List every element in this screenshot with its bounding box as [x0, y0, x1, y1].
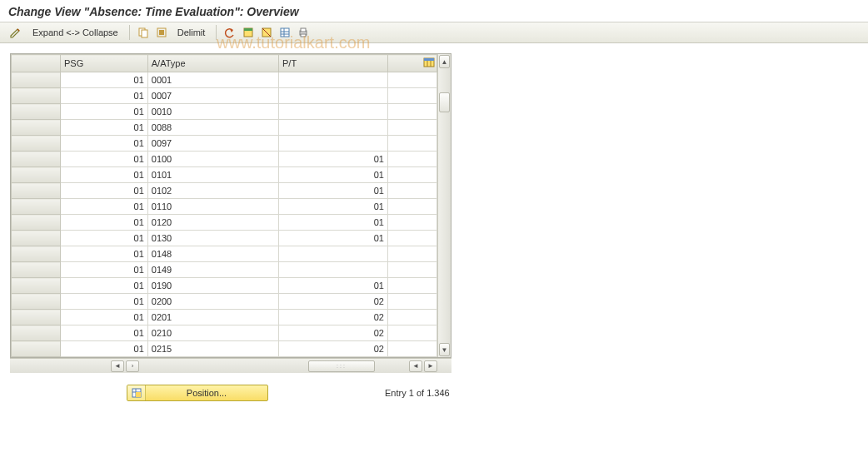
cell-atype[interactable]: 0102 — [147, 183, 278, 199]
cell-psg[interactable]: 01 — [60, 88, 147, 104]
column-header-atype[interactable]: A/AType — [147, 55, 278, 72]
undo-icon[interactable] — [222, 24, 238, 41]
cell-psg[interactable]: 01 — [60, 278, 147, 294]
cell-atype[interactable]: 0200 — [147, 294, 278, 310]
cell-psg[interactable]: 01 — [60, 310, 147, 325]
hscroll-first-button[interactable]: ◄ — [111, 360, 124, 372]
cell-psg[interactable]: 01 — [60, 325, 147, 341]
table-row[interactable]: 01020102 — [12, 310, 437, 325]
table-row[interactable]: 01020002 — [12, 294, 437, 310]
row-selector[interactable] — [12, 183, 61, 199]
horizontal-scrollbar[interactable]: ◄ › ::: ◄ ► — [10, 358, 451, 373]
cell-pt[interactable]: 02 — [278, 341, 387, 357]
cell-psg[interactable]: 01 — [60, 262, 147, 278]
cell-pt[interactable] — [278, 246, 387, 262]
cell-pt[interactable]: 01 — [278, 278, 387, 294]
row-selector[interactable] — [12, 199, 61, 215]
hscroll-track[interactable]: ::: — [140, 360, 408, 372]
row-selector[interactable] — [12, 262, 61, 278]
table-row[interactable]: 010001 — [12, 72, 437, 88]
cell-psg[interactable]: 01 — [60, 167, 147, 183]
cell-atype[interactable]: 0010 — [147, 104, 278, 120]
configure-columns-icon[interactable] — [423, 57, 435, 68]
cell-atype[interactable]: 0210 — [147, 325, 278, 341]
select-all-icon[interactable] — [153, 24, 170, 41]
hscroll-last-button[interactable]: ► — [424, 360, 437, 372]
cell-psg[interactable]: 01 — [60, 136, 147, 152]
table-row[interactable]: 010007 — [12, 88, 437, 104]
cell-atype[interactable]: 0130 — [147, 231, 278, 246]
cell-pt[interactable]: 02 — [278, 294, 387, 310]
row-selector[interactable] — [12, 325, 61, 341]
cell-pt[interactable]: 01 — [278, 199, 387, 215]
cell-atype[interactable]: 0149 — [147, 262, 278, 278]
cell-pt[interactable] — [278, 120, 387, 136]
row-selector[interactable] — [12, 294, 61, 310]
cell-psg[interactable]: 01 — [60, 152, 147, 167]
cell-atype[interactable]: 0100 — [147, 152, 278, 167]
row-selector[interactable] — [12, 152, 61, 167]
row-selector[interactable] — [12, 120, 61, 136]
row-selector[interactable] — [12, 231, 61, 246]
select-entries-icon[interactable] — [240, 24, 257, 41]
table-row[interactable]: 01021002 — [12, 325, 437, 341]
row-selector[interactable] — [12, 278, 61, 294]
table-row[interactable]: 010088 — [12, 120, 437, 136]
table-row[interactable]: 01021502 — [12, 341, 437, 357]
cell-psg[interactable]: 01 — [60, 104, 147, 120]
cell-psg[interactable]: 01 — [60, 120, 147, 136]
table-row[interactable]: 01011001 — [12, 199, 437, 215]
cell-atype[interactable]: 0215 — [147, 341, 278, 357]
cell-psg[interactable]: 01 — [60, 246, 147, 262]
row-selector[interactable] — [12, 136, 61, 152]
cell-pt[interactable]: 01 — [278, 215, 387, 231]
cell-psg[interactable]: 01 — [60, 199, 147, 215]
print-icon[interactable] — [295, 24, 312, 41]
row-selector[interactable] — [12, 341, 61, 357]
hscroll-right-button[interactable]: ◄ — [409, 360, 422, 372]
table-settings-icon[interactable] — [277, 24, 293, 41]
scroll-up-button[interactable]: ▲ — [439, 55, 450, 68]
row-selector[interactable] — [12, 72, 61, 88]
cell-pt[interactable]: 01 — [278, 183, 387, 199]
table-row[interactable]: 010097 — [12, 136, 437, 152]
cell-pt[interactable] — [278, 136, 387, 152]
cell-psg[interactable]: 01 — [60, 341, 147, 357]
hscroll-thumb[interactable]: ::: — [308, 360, 375, 372]
row-selector[interactable] — [12, 246, 61, 262]
row-selector[interactable] — [12, 215, 61, 231]
cell-atype[interactable]: 0101 — [147, 167, 278, 183]
cell-psg[interactable]: 01 — [60, 215, 147, 231]
table-row[interactable]: 010010 — [12, 104, 437, 120]
cell-atype[interactable]: 0201 — [147, 310, 278, 325]
column-header-psg[interactable]: PSG — [60, 55, 147, 72]
table-row[interactable]: 01013001 — [12, 231, 437, 246]
row-selector[interactable] — [12, 310, 61, 325]
cell-psg[interactable]: 01 — [60, 183, 147, 199]
delimit-button[interactable]: Delimit — [172, 24, 212, 41]
cell-atype[interactable]: 0110 — [147, 199, 278, 215]
table-config-header[interactable] — [388, 55, 437, 72]
table-row[interactable]: 01010201 — [12, 183, 437, 199]
cell-atype[interactable]: 0007 — [147, 88, 278, 104]
cell-pt[interactable]: 01 — [278, 167, 387, 183]
cell-atype[interactable]: 0190 — [147, 278, 278, 294]
row-selector-header[interactable] — [12, 55, 61, 72]
table-row[interactable]: 01010001 — [12, 152, 437, 167]
cell-atype[interactable]: 0097 — [147, 136, 278, 152]
cell-atype[interactable]: 0001 — [147, 72, 278, 88]
cell-pt[interactable] — [278, 104, 387, 120]
cell-pt[interactable]: 02 — [278, 310, 387, 325]
table-row[interactable]: 01010101 — [12, 167, 437, 183]
row-selector[interactable] — [12, 167, 61, 183]
table-row[interactable]: 010149 — [12, 262, 437, 278]
deselect-entries-icon[interactable] — [258, 24, 275, 41]
position-button[interactable]: Position... — [127, 385, 268, 401]
toggle-display-change-icon[interactable] — [7, 24, 25, 41]
scroll-thumb[interactable] — [439, 92, 450, 112]
cell-pt[interactable]: 01 — [278, 231, 387, 246]
table-row[interactable]: 01019001 — [12, 278, 437, 294]
row-selector[interactable] — [12, 88, 61, 104]
table-row[interactable]: 01012001 — [12, 215, 437, 231]
cell-atype[interactable]: 0088 — [147, 120, 278, 136]
